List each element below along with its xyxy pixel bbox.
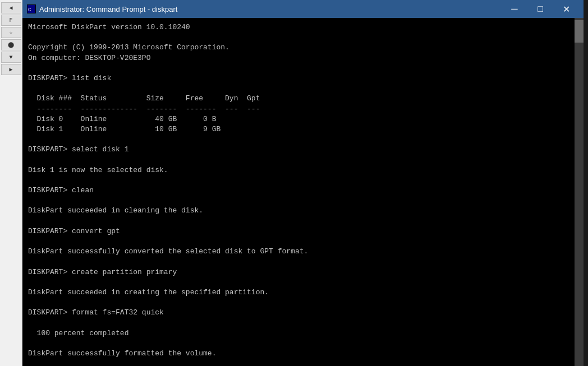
terminal-line: DISKPART> list disk <box>28 73 578 84</box>
title-bar: C Administrator: Command Prompt - diskpa… <box>22 0 584 18</box>
terminal-line: DISKPART> select disk 1 <box>28 145 578 155</box>
terminal-line <box>28 318 578 328</box>
sidebar-icon-6[interactable]: ▶ <box>1 64 21 75</box>
sidebar-icon-5[interactable]: ▼ <box>1 52 21 63</box>
terminal-line: Disk ### Status Size Free Dyn Gpt <box>28 94 578 104</box>
terminal-line <box>28 155 578 165</box>
terminal-line: Copyright (C) 1999-2013 Microsoft Corpor… <box>28 43 578 53</box>
terminal-line <box>28 33 578 43</box>
terminal-line <box>28 359 578 366</box>
terminal-line <box>28 84 578 94</box>
minimize-button[interactable]: ─ <box>502 0 527 18</box>
terminal-line: DiskPart successfully converted the sele… <box>28 247 578 257</box>
command-prompt-window: C Administrator: Command Prompt - diskpa… <box>22 0 584 366</box>
terminal-line: DiskPart successfully formatted the volu… <box>28 349 578 359</box>
terminal-line: 100 percent completed <box>28 328 578 339</box>
left-sidebar: ◀ F ☆ ⬤ ▼ ▶ <box>0 0 22 366</box>
title-bar-left: C Administrator: Command Prompt - diskpa… <box>27 4 177 13</box>
terminal-line <box>28 257 578 267</box>
terminal-line: DiskPart succeeded in cleaning the disk. <box>28 206 578 216</box>
terminal-line: Disk 1 is now the selected disk. <box>28 165 578 175</box>
scrollbar-thumb[interactable] <box>575 20 584 43</box>
terminal-line: Microsoft DiskPart version 10.0.10240 <box>28 22 578 33</box>
svg-text:C: C <box>28 7 31 13</box>
sidebar-icon-2[interactable]: F <box>1 15 21 26</box>
terminal-body[interactable]: Microsoft DiskPart version 10.0.10240 Co… <box>22 18 584 366</box>
terminal-line: Disk 1 Online 10 GB 9 GB <box>28 124 578 135</box>
window-title: Administrator: Command Prompt - diskpart <box>39 5 177 13</box>
terminal-line: On computer: DESKTOP-V20E3PO <box>28 53 578 63</box>
terminal-line <box>28 277 578 288</box>
terminal-line: DISKPART> convert gpt <box>28 226 578 237</box>
close-button[interactable]: ✕ <box>553 0 579 18</box>
terminal-line <box>28 63 578 73</box>
terminal-line <box>28 339 578 349</box>
terminal-line <box>28 175 578 186</box>
terminal-line: -------- ------------- ------- ------- -… <box>28 104 578 114</box>
terminal-line <box>28 216 578 226</box>
scrollbar[interactable] <box>575 18 584 366</box>
window-controls: ─ □ ✕ <box>502 0 579 18</box>
terminal-line <box>28 196 578 206</box>
maximize-button[interactable]: □ <box>527 0 553 18</box>
terminal-line <box>28 237 578 247</box>
terminal-line: Disk 0 Online 40 GB 0 B <box>28 114 578 124</box>
sidebar-icon-3[interactable]: ☆ <box>1 27 21 38</box>
terminal-line: DISKPART> create partition primary <box>28 267 578 277</box>
terminal-line: DISKPART> clean <box>28 186 578 196</box>
terminal-line <box>28 135 578 145</box>
sidebar-icon-1[interactable]: ◀ <box>1 2 21 13</box>
cmd-icon: C <box>27 4 36 13</box>
terminal-line <box>28 298 578 308</box>
terminal-line: DISKPART> format fs=FAT32 quick <box>28 308 578 318</box>
terminal-line: DiskPart succeeded in creating the speci… <box>28 288 578 298</box>
sidebar-icon-4[interactable]: ⬤ <box>1 39 21 50</box>
